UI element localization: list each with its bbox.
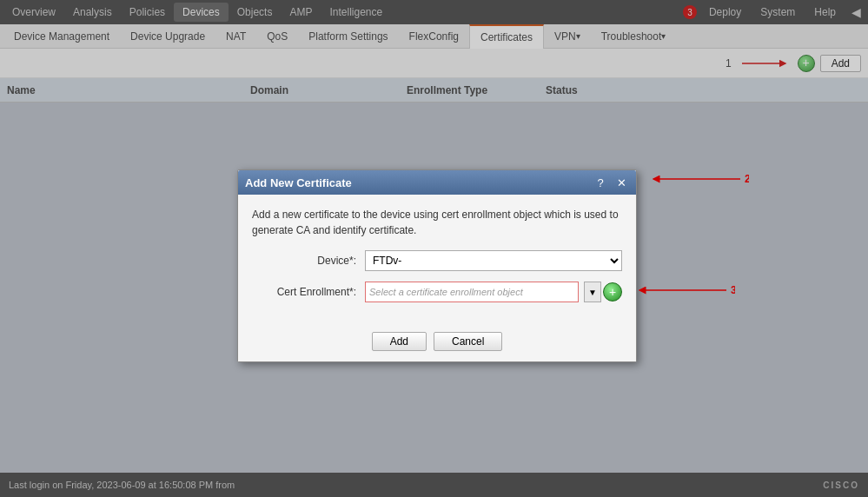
- dialog-close-btn[interactable]: ✕: [613, 175, 629, 190]
- arrow-2: 2: [645, 170, 749, 188]
- cert-enrollment-input[interactable]: [365, 282, 579, 302]
- cert-enrollment-row: Cert Enrollment*: ▼ +: [252, 282, 622, 302]
- add-cert-enrollment-btn[interactable]: +: [603, 282, 622, 302]
- dialog-body: Add a new certificate to the device usin…: [238, 195, 636, 325]
- add-certificate-dialog: Add New Certificate ? ✕ Add a new certif…: [237, 169, 637, 362]
- dialog-titlebar: Add New Certificate ? ✕: [238, 170, 636, 195]
- dialog-controls: ? ✕: [593, 175, 629, 190]
- cert-enrollment-label: Cert Enrollment*:: [252, 286, 365, 298]
- dialog-footer: Add Cancel: [238, 325, 636, 361]
- device-row: Device*: FTDv- 2: [252, 250, 622, 271]
- device-select[interactable]: FTDv-: [365, 250, 622, 271]
- device-label: Device*:: [252, 255, 365, 267]
- dialog-cancel-btn[interactable]: Cancel: [434, 332, 502, 351]
- cert-enrollment-control: ▼ + 3: [365, 282, 622, 302]
- svg-text:3: 3: [731, 284, 735, 296]
- device-control: FTDv- 2: [365, 250, 622, 271]
- svg-text:2: 2: [745, 173, 749, 185]
- arrow-3: 3: [631, 282, 735, 299]
- dialog-description: Add a new certificate to the device usin…: [252, 207, 622, 238]
- dialog-help-btn[interactable]: ?: [593, 175, 608, 190]
- cert-dropdown-btn[interactable]: ▼: [584, 282, 601, 302]
- dialog-add-btn[interactable]: Add: [372, 332, 427, 351]
- dialog-title: Add New Certificate: [245, 176, 352, 189]
